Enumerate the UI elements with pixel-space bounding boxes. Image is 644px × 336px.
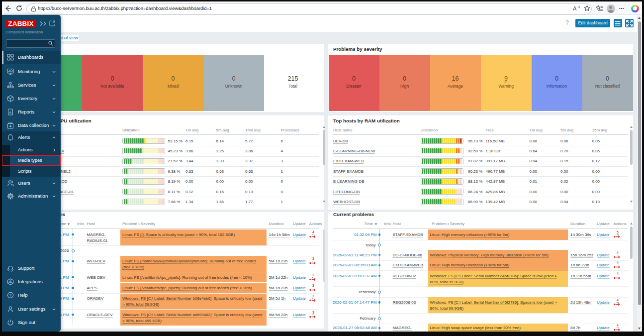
svg-text:A: A bbox=[573, 5, 577, 11]
svg-text:?: ? bbox=[9, 293, 11, 298]
